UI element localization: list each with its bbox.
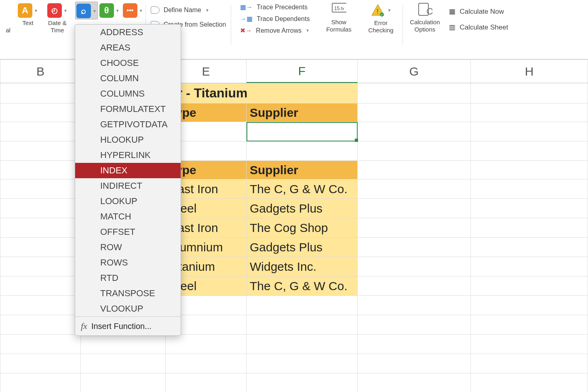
math-trig-button[interactable]: θ ▼ xyxy=(98,2,121,19)
dropdown-item-choose[interactable]: CHOOSE xyxy=(75,55,181,71)
cell-empty[interactable] xyxy=(166,354,247,373)
cell-H[interactable] xyxy=(471,199,588,218)
cell-H2[interactable] xyxy=(471,103,588,122)
cell-G3[interactable] xyxy=(358,122,471,141)
cell-B[interactable] xyxy=(0,257,81,276)
col-header-F[interactable]: F xyxy=(247,60,358,83)
dropdown-item-hyperlink[interactable]: HYPERLINK xyxy=(75,148,181,163)
col-header-G[interactable]: G xyxy=(358,60,471,83)
cell-empty[interactable] xyxy=(166,373,247,392)
dropdown-item-hlookup[interactable]: HLOOKUP xyxy=(75,132,181,148)
selected-cell-F3[interactable] xyxy=(247,122,358,141)
calculate-sheet-button[interactable]: ▥ Calculate Sheet xyxy=(449,23,508,32)
cell-empty[interactable] xyxy=(471,315,588,335)
cell-G5[interactable] xyxy=(358,161,471,179)
dropdown-item-rows[interactable]: ROWS xyxy=(75,255,181,270)
cell-H[interactable] xyxy=(471,276,588,296)
cell-G[interactable] xyxy=(358,238,471,257)
error-checking-button[interactable]: !✓ ▼ Error Checking xyxy=(360,2,402,34)
cell-empty[interactable] xyxy=(358,354,471,373)
cell-B5[interactable] xyxy=(0,161,81,179)
cell-empty[interactable] xyxy=(471,373,588,392)
define-name-button[interactable]: Define Name ▼ xyxy=(151,6,226,14)
cell-empty[interactable] xyxy=(471,354,588,373)
cell-H1[interactable] xyxy=(471,83,588,103)
cell-empty[interactable] xyxy=(81,354,166,373)
dropdown-item-match[interactable]: MATCH xyxy=(75,209,181,224)
fill-handle[interactable] xyxy=(355,139,358,142)
cell-empty[interactable] xyxy=(247,315,358,335)
cell-B3[interactable] xyxy=(0,122,81,141)
cell-empty[interactable] xyxy=(358,296,471,315)
col-header-H[interactable]: H xyxy=(471,60,588,83)
cell-B2[interactable] xyxy=(0,103,81,122)
cell-H4[interactable] xyxy=(471,141,588,161)
cell-B[interactable] xyxy=(0,218,81,238)
cell-empty[interactable] xyxy=(247,373,358,392)
dropdown-item-address[interactable]: ADDRESS xyxy=(75,25,181,40)
cell-empty[interactable] xyxy=(81,373,166,392)
cell-G[interactable] xyxy=(358,218,471,238)
calculate-now-button[interactable]: ▦ Calculate Now xyxy=(449,7,508,16)
show-formulas-button[interactable]: 15fx Show Formulas xyxy=(318,2,360,33)
cell-F[interactable]: The C, G & W Co. xyxy=(247,179,358,199)
dropdown-item-areas[interactable]: AREAS xyxy=(75,40,181,55)
cell-B1[interactable] xyxy=(0,83,81,103)
cell-G1[interactable] xyxy=(358,83,471,103)
cell-H[interactable] xyxy=(471,238,588,257)
cell-empty[interactable] xyxy=(358,335,471,354)
cell-G[interactable] xyxy=(358,257,471,276)
dropdown-item-formulatext[interactable]: FORMULATEXT xyxy=(75,101,181,117)
cell-empty[interactable] xyxy=(0,354,81,373)
dropdown-item-getpivotdata[interactable]: GETPIVOTDATA xyxy=(75,117,181,132)
trace-dependents-button[interactable]: →▦ Trace Dependents xyxy=(240,15,310,23)
cell-empty[interactable] xyxy=(0,335,81,354)
more-functions-button[interactable]: ••• ▼ xyxy=(121,2,145,19)
cell-B4[interactable] xyxy=(0,141,81,161)
cell-empty[interactable] xyxy=(247,335,358,354)
cell-F[interactable]: Widgets Inc. xyxy=(247,257,358,276)
cell-empty[interactable] xyxy=(358,373,471,392)
col-header-B[interactable]: B xyxy=(0,60,81,83)
dropdown-item-row[interactable]: ROW xyxy=(75,240,181,255)
cell-empty[interactable] xyxy=(471,335,588,354)
cell-H[interactable] xyxy=(471,257,588,276)
financial-button[interactable]: al xyxy=(0,2,16,35)
dropdown-item-vlookup[interactable]: VLOOKUP xyxy=(75,301,181,316)
header-supplier[interactable]: Supplier xyxy=(247,103,358,122)
dropdown-item-indirect[interactable]: INDIRECT xyxy=(75,178,181,194)
cell-empty[interactable] xyxy=(358,315,471,335)
cell-H[interactable] xyxy=(471,179,588,199)
cell-B[interactable] xyxy=(0,179,81,199)
insert-function-button[interactable]: fx Insert Function... xyxy=(75,316,181,335)
cell-F4[interactable] xyxy=(247,141,358,161)
dropdown-item-column[interactable]: COLUMN xyxy=(75,71,181,86)
cell-empty[interactable] xyxy=(0,315,81,335)
cell-empty[interactable] xyxy=(81,335,166,354)
cell-G4[interactable] xyxy=(358,141,471,161)
dropdown-item-transpose[interactable]: TRANSPOSE xyxy=(75,286,181,301)
cell-empty[interactable] xyxy=(0,296,81,315)
cell-G[interactable] xyxy=(358,199,471,218)
cell-G[interactable] xyxy=(358,179,471,199)
header2-supplier[interactable]: Supplier xyxy=(247,161,358,179)
text-button[interactable]: A ▼ Text xyxy=(16,2,40,27)
cell-B[interactable] xyxy=(0,199,81,218)
cell-B[interactable] xyxy=(0,276,81,296)
lookup-function-dropdown[interactable]: ADDRESSAREASCHOOSECOLUMNCOLUMNSFORMULATE… xyxy=(75,24,181,336)
cell-H3[interactable] xyxy=(471,122,588,141)
cell-empty[interactable] xyxy=(471,296,588,315)
dropdown-item-rtd[interactable]: RTD xyxy=(75,270,181,286)
cell-empty[interactable] xyxy=(0,373,81,392)
cell-H[interactable] xyxy=(471,218,588,238)
calculation-options-button[interactable]: Calculation Options xyxy=(404,2,446,33)
datetime-button[interactable]: ◴ ▼ Date & Time xyxy=(40,2,75,35)
trace-precedents-button[interactable]: ▦→ Trace Precedents xyxy=(240,3,310,11)
dropdown-item-columns[interactable]: COLUMNS xyxy=(75,86,181,101)
remove-arrows-button[interactable]: ✖→ Remove Arrows ▼ xyxy=(240,27,310,34)
dropdown-item-offset[interactable]: OFFSET xyxy=(75,224,181,240)
cell-G[interactable] xyxy=(358,276,471,296)
cell-H5[interactable] xyxy=(471,161,588,179)
cell-F[interactable]: The Cog Shop xyxy=(247,218,358,238)
dropdown-item-index[interactable]: INDEX xyxy=(75,163,181,178)
